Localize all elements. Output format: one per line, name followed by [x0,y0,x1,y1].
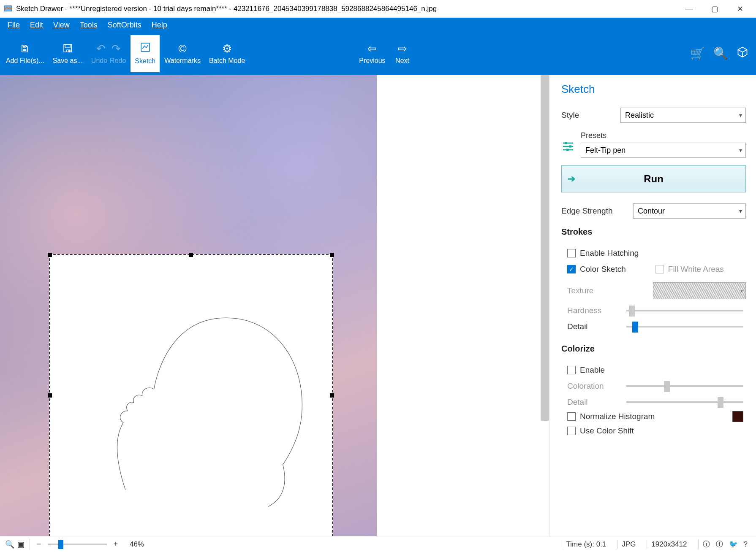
previous-button[interactable]: ⇦ Previous [355,35,389,73]
handle-w[interactable] [48,393,52,398]
canvas-image[interactable] [0,75,377,536]
panel-title: Sketch [561,83,746,96]
status-time: Time (s): 0.1 [562,540,611,549]
cart-icon[interactable]: 🛒 [690,46,705,61]
enable-hatching-label: Enable Hatching [580,249,639,258]
menu-help[interactable]: Help [147,19,172,31]
info-icon[interactable]: ⓘ [703,539,710,549]
svg-rect-5 [565,142,567,144]
menu-view[interactable]: View [48,19,75,31]
zoom-out-button[interactable]: − [33,540,44,549]
menu-tools[interactable]: Tools [75,19,103,31]
menubar: File Edit View Tools SoftOrbits Help [0,18,756,32]
style-select[interactable]: Realistic ▾ [620,108,746,123]
help-icon[interactable]: ? [744,540,748,549]
menu-softorbits[interactable]: SoftOrbits [103,19,147,31]
handle-n[interactable] [189,253,193,257]
selection-rect[interactable] [49,254,333,536]
handle-ne[interactable] [330,253,334,257]
colorize-enable-checkbox[interactable] [567,366,576,374]
redo-label: Redo [110,57,126,65]
zoom-slider[interactable] [48,544,107,545]
watermarks-button[interactable]: © Watermarks [160,35,205,73]
watermarks-icon: © [179,42,187,55]
next-button[interactable]: ⇨ Next [390,35,415,73]
strokes-group: Enable Hatching ✓ Color Sketch Fill Whit… [561,243,746,338]
facebook-icon[interactable]: ⓕ [716,539,723,549]
normalize-histogram-label: Normalize Histogram [580,412,655,421]
color-swatch[interactable] [732,411,743,422]
titlebar: Sketch Drawer - ****Unregistered version… [0,0,756,18]
chevron-down-icon: ▾ [739,147,742,154]
main-area: Sketch Style Realistic ▾ Presets Felt-Ti… [0,75,756,536]
zoom-fit-icon[interactable]: ▣ [15,540,26,549]
hardness-label: Hardness [567,306,626,315]
handle-e[interactable] [330,393,334,398]
color-sketch-label: Color Sketch [580,265,626,274]
sketch-preview [50,255,332,536]
strokes-title: Strokes [561,227,746,237]
chevron-down-icon: ▾ [740,288,743,294]
key-icon[interactable]: 🔍 [713,46,728,61]
add-files-button[interactable]: 🗎 Add File(s)... [2,35,49,73]
presets-value: Felt-Tip pen [585,146,625,155]
vertical-scrollbar[interactable] [541,75,549,421]
chevron-down-icon: ▾ [739,208,742,214]
status-format: JPG [617,540,640,549]
edge-strength-label: Edge Strength [561,206,633,216]
toolbar: 🗎 Add File(s)... 🖫 Save as... ↶ ↷ Undo R… [0,32,756,75]
colorize-title: Colorize [561,344,746,354]
fill-white-checkbox[interactable] [655,265,664,273]
sketch-button[interactable]: Sketch [130,35,160,73]
color-shift-checkbox[interactable] [567,427,576,435]
run-arrow-icon: ➔ [568,173,575,184]
batch-mode-button[interactable]: ⚙ Batch Mode [205,35,249,73]
save-as-button[interactable]: 🖫 Save as... [49,35,87,73]
strokes-detail-label: Detail [567,322,626,331]
window-title: Sketch Drawer - ****Unregistered version… [16,5,437,13]
colorize-detail-slider[interactable] [626,401,743,403]
edge-strength-select[interactable]: Contour ▾ [633,203,746,219]
color-sketch-checkbox[interactable]: ✓ [567,265,576,273]
arrow-right-icon: ⇨ [398,42,407,55]
close-button[interactable]: ✕ [727,0,753,18]
hardness-slider[interactable] [626,310,743,311]
chevron-down-icon: ▾ [739,112,742,119]
document-plus-icon: 🗎 [19,42,30,55]
presets-select[interactable]: Felt-Tip pen ▾ [581,143,746,158]
gear-icon: ⚙ [222,42,232,55]
texture-select[interactable]: ▾ [653,282,746,299]
menu-edit[interactable]: Edit [25,19,48,31]
run-button[interactable]: ➔ Run [561,165,746,192]
run-label: Run [644,173,664,185]
zoom-actual-icon[interactable]: 🔍 [4,540,15,549]
zoom-in-button[interactable]: + [110,540,121,549]
handle-nw[interactable] [48,253,52,257]
style-value: Realistic [625,111,654,120]
undo-icon: ↶ [96,42,106,55]
svg-rect-6 [569,145,571,147]
normalize-histogram-checkbox[interactable] [567,412,576,421]
edge-strength-value: Contour [638,207,665,216]
fill-white-label: Fill White Areas [668,265,724,274]
cube-icon[interactable] [737,46,748,61]
status-dimensions: 1920x3412 [647,540,691,549]
menu-file[interactable]: File [3,19,25,31]
coloration-slider[interactable] [626,385,743,387]
canvas-area[interactable] [0,75,549,536]
colorize-detail-label: Detail [567,398,626,407]
arrow-left-icon: ⇦ [367,42,377,55]
save-icon: 🖫 [62,42,73,55]
enable-hatching-checkbox[interactable] [567,249,576,257]
style-label: Style [561,111,620,120]
statusbar: 🔍 ▣ − + 46% Time (s): 0.1 JPG 1920x3412 … [0,536,756,552]
twitter-icon[interactable]: 🐦 [729,540,738,549]
maximize-button[interactable]: ▢ [702,0,727,18]
coloration-label: Coloration [567,382,626,391]
redo-icon: ↷ [111,42,121,55]
sketch-icon [140,42,151,56]
undo-redo-group: ↶ ↷ Undo Redo [87,35,131,73]
right-panel: Sketch Style Realistic ▾ Presets Felt-Ti… [549,75,756,536]
strokes-detail-slider[interactable] [626,326,743,327]
minimize-button[interactable]: — [677,0,702,18]
